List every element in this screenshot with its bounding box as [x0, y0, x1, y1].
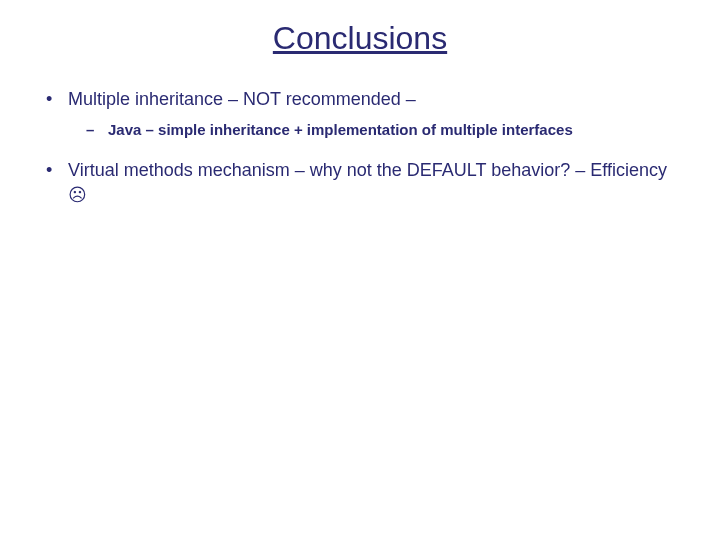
slide: Conclusions Multiple inheritance – NOT r…: [0, 0, 720, 540]
sub-bullet-text: Java – simple inheritance + implementati…: [108, 121, 573, 138]
bullet-list: Multiple inheritance – NOT recommended –…: [40, 87, 690, 207]
sub-bullet-item: Java – simple inheritance + implementati…: [80, 119, 690, 140]
slide-content: Multiple inheritance – NOT recommended –…: [0, 87, 720, 207]
bullet-item: Multiple inheritance – NOT recommended –…: [40, 87, 690, 140]
bullet-item: Virtual methods mechanism – why not the …: [40, 158, 690, 207]
slide-title: Conclusions: [0, 0, 720, 87]
bullet-text: Virtual methods mechanism – why not the …: [68, 160, 667, 204]
sub-bullet-list: Java – simple inheritance + implementati…: [68, 119, 690, 140]
bullet-text: Multiple inheritance – NOT recommended –: [68, 89, 416, 109]
